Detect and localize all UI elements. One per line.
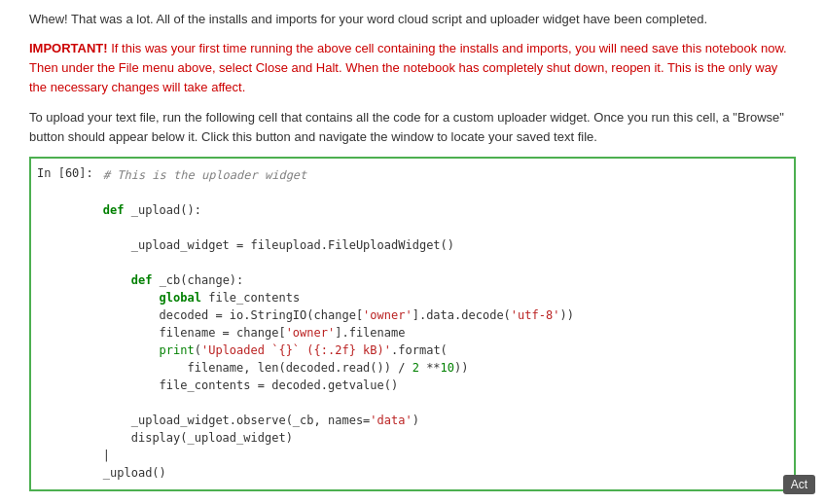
paragraph-2: IMPORTANT! If this was your first time r… [29,39,796,97]
code-def-upload: def [103,203,125,217]
paragraph-3: To upload your text file, run the follow… [29,108,796,147]
paragraph-2-bold: IMPORTANT! [29,41,108,55]
act-badge: Act [783,475,815,494]
code-comment: # This is the uploader widget [103,168,307,182]
cell-label: In [60]: [31,159,99,489]
code-block: # This is the uploader widget def _uploa… [103,166,784,482]
page-content: Whew! That was a lot. All of the install… [0,0,825,504]
paragraph-3-text: To upload your text file, run the follow… [29,110,784,144]
paragraph-1-text: Whew! That was a lot. All of the install… [29,12,707,26]
paragraph-2-rest: If this was your first time running the … [29,41,787,94]
cell-code-area: # This is the uploader widget def _uploa… [99,159,794,489]
notebook-cell: In [60]: # This is the uploader widget d… [29,157,796,491]
paragraph-1: Whew! That was a lot. All of the install… [29,10,796,29]
